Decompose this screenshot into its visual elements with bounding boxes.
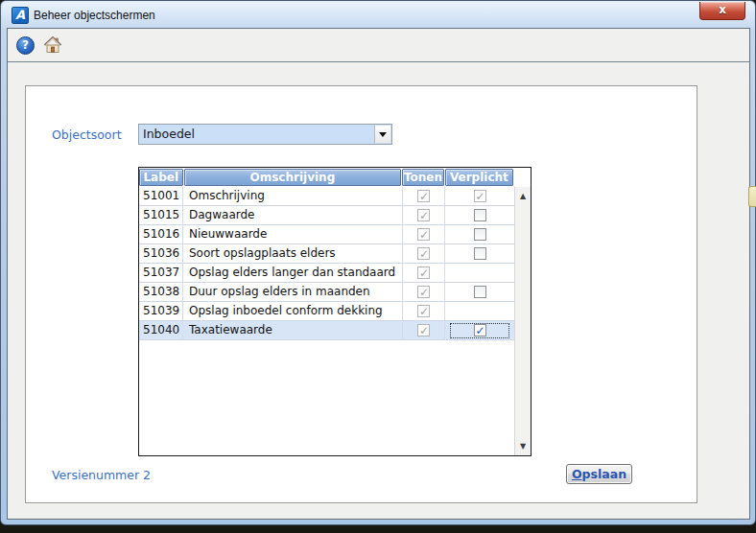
home-icon[interactable] [42,35,63,56]
row-label-cell: 51001 [139,187,183,206]
column-header-omschrijving: Omschrijving [184,169,402,186]
table-row[interactable]: 51016Nieuwwaarde✓ [139,225,514,244]
row-omschrijving-cell: Nieuwwaarde [183,225,403,244]
column-header-tonen: Tonen [402,169,444,186]
checkbox: ✓ [417,209,430,221]
app-icon: A [12,7,29,24]
table-rows: 51001Omschrijving✓✓51015Dagwaarde✓51016N… [139,187,514,340]
checkbox: ✓ [417,286,430,298]
table-row[interactable]: 51039Opslag inboedel conform dekking✓ [139,302,514,321]
checkmark-icon: ✓ [419,322,429,340]
verplicht-checkbox-cell [445,283,514,302]
row-omschrijving-cell: Taxatiewaarde [183,321,403,340]
verplicht-checkbox-cell [445,225,514,244]
toolbar: ? [8,29,749,62]
checkbox: ✓ [417,324,430,336]
row-label-cell: 51015 [139,206,183,225]
table-row[interactable]: 51036Soort opslagplaats elders✓ [139,244,514,264]
checkbox[interactable] [474,209,486,221]
app-window: A Beheer objectschermen x ? Obje [0,0,756,525]
objectsoort-selected-value: Inboedel [143,127,195,141]
dropdown-button[interactable] [374,126,390,143]
table-row[interactable]: 51037Opslag elders langer dan standaard✓ [139,264,514,283]
row-omschrijving-cell: Soort opslagplaats elders [183,244,403,264]
fields-table: Label Omschrijving Tonen Verplicht 51001… [138,167,532,456]
checkmark-icon: ✓ [419,284,429,302]
save-button-accelerator: O [572,467,582,481]
row-label-cell: 51039 [139,302,183,321]
table-row[interactable]: 51040Taxatiewaarde✓✓ [139,321,514,340]
scroll-down-icon[interactable]: ▼ [515,439,531,453]
checkmark-icon: ✓ [419,226,429,244]
content-panel: Objectsoort Inboedel Label Omschrijving … [25,85,697,503]
close-button[interactable]: x [699,2,745,20]
save-button-label: pslaan [582,467,626,481]
client-area: ? Objectsoort Inboedel [7,28,750,520]
verplicht-checkbox-cell [445,206,514,225]
tonen-checkbox-cell: ✓ [403,302,445,321]
verplicht-checkbox-cell [445,264,514,283]
title-bar[interactable]: A Beheer objectschermen x [2,2,754,28]
row-label-cell: 51040 [139,321,183,340]
tonen-checkbox-cell: ✓ [403,225,445,244]
checkbox: ✓ [417,266,430,279]
checkbox: ✓ [417,305,430,317]
checkbox[interactable]: ✓ [474,324,486,336]
scroll-up-icon[interactable]: ▲ [515,189,531,203]
objectsoort-label: Objectsoort [52,127,122,142]
row-omschrijving-cell: Omschrijving [183,187,403,206]
help-icon[interactable]: ? [16,36,35,55]
table-row[interactable]: 51001Omschrijving✓✓ [139,187,514,206]
tonen-checkbox-cell: ✓ [403,244,445,264]
row-omschrijving-cell: Opslag inboedel conform dekking [183,302,403,321]
tonen-checkbox-cell: ✓ [403,206,445,225]
row-label-cell: 51016 [139,225,183,244]
table-header-row: Label Omschrijving Tonen Verplicht [139,168,514,187]
column-header-verplicht: Verplicht [445,169,513,186]
focused-cell-outline: ✓ [450,323,509,338]
checkbox[interactable] [474,228,486,241]
checkbox[interactable] [474,247,486,260]
checkbox: ✓ [474,190,486,202]
row-omschrijving-cell: Opslag elders langer dan standaard [183,264,403,283]
side-panel-handle[interactable] [748,186,756,207]
row-omschrijving-cell: Dagwaarde [183,206,403,225]
version-label: Versienummer 2 [52,468,151,482]
row-label-cell: 51036 [139,244,183,264]
checkmark-icon: ✓ [476,322,485,340]
tonen-checkbox-cell: ✓ [403,321,445,340]
tonen-checkbox-cell: ✓ [403,187,445,206]
verplicht-checkbox-cell [445,302,514,321]
save-button[interactable]: Opslaan [566,464,632,484]
verplicht-checkbox-cell [445,244,514,264]
verplicht-checkbox-cell: ✓ [445,321,514,340]
row-omschrijving-cell: Duur opslag elders in maanden [183,283,403,302]
window-title: Beheer objectschermen [34,9,155,22]
row-label-cell: 51038 [139,283,183,302]
desktop-background: A Beheer objectschermen x ? Obje [0,0,756,533]
checkbox: ✓ [417,247,430,260]
objectsoort-dropdown[interactable]: Inboedel [138,124,392,145]
tonen-checkbox-cell: ✓ [403,283,445,302]
table-row[interactable]: 51015Dagwaarde✓ [139,206,514,225]
verplicht-checkbox-cell: ✓ [445,187,514,206]
table-row[interactable]: 51038Duur opslag elders in maanden✓ [139,283,514,302]
row-label-cell: 51037 [139,264,183,283]
tonen-checkbox-cell: ✓ [403,264,445,283]
checkbox: ✓ [417,190,430,202]
checkmark-icon: ✓ [419,188,429,206]
vertical-scrollbar[interactable]: ▲ ▼ [514,187,531,455]
checkmark-icon: ✓ [476,188,485,206]
checkmark-icon: ✓ [419,303,429,321]
checkmark-icon: ✓ [419,207,429,225]
chevron-down-icon [379,132,387,141]
checkbox[interactable] [474,286,486,298]
checkmark-icon: ✓ [419,265,429,283]
column-header-label: Label [139,169,183,186]
checkbox: ✓ [417,228,430,241]
checkmark-icon: ✓ [419,245,429,264]
